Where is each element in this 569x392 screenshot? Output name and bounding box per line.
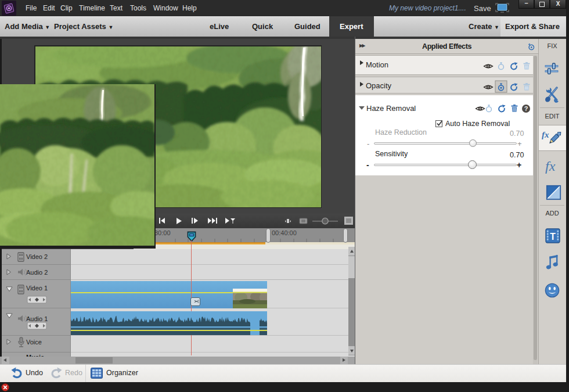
svg-text:fx: fx: [545, 159, 556, 174]
svg-text:?: ?: [524, 105, 528, 112]
svg-text:T: T: [550, 232, 556, 242]
svg-text:fx: fx: [542, 130, 549, 139]
